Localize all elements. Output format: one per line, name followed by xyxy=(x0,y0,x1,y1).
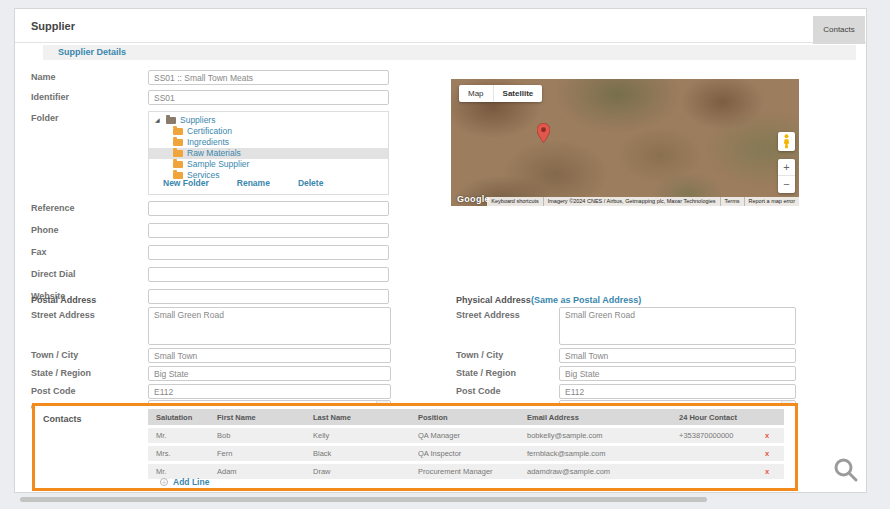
physical-street-label: Street Address xyxy=(456,310,520,320)
folder-root-icon xyxy=(166,117,176,124)
map-zoom-control: + − xyxy=(778,159,795,193)
add-line-button[interactable]: + Add Line xyxy=(160,477,209,487)
folder-root-label: Suppliers xyxy=(180,115,215,126)
folder-icon xyxy=(173,128,183,135)
cell-24h-contact: +353870000000 xyxy=(679,431,758,440)
physical-state-input[interactable] xyxy=(559,366,796,381)
cell-email: adamdraw@sample.com xyxy=(527,467,679,476)
postal-postcode-input[interactable] xyxy=(148,384,391,399)
tab-supplier-details[interactable]: Supplier Details xyxy=(58,47,126,57)
reference-input[interactable] xyxy=(148,201,389,216)
folder-item-certification[interactable]: Certification xyxy=(149,126,388,137)
cell-last-name: Black xyxy=(313,449,418,458)
contact-row[interactable]: Mrs. Fern Black QA Inspector fernblack@s… xyxy=(148,446,784,461)
cell-first-name: Fern xyxy=(217,449,313,458)
contacts-button[interactable]: Contacts xyxy=(813,16,865,44)
cell-position: Procurement Manager xyxy=(418,467,527,476)
postal-postcode-label: Post Code xyxy=(31,386,76,396)
direct-dial-input[interactable] xyxy=(148,267,389,282)
map-toggle-button[interactable]: Map xyxy=(459,85,493,102)
postal-state-input[interactable] xyxy=(148,366,391,381)
map-pin-icon[interactable] xyxy=(537,123,550,143)
zoom-in-button[interactable]: + xyxy=(778,159,795,176)
map-type-control: Map Satellite xyxy=(459,85,542,102)
cell-position: QA Inspector xyxy=(418,449,527,458)
cell-salutation: Mrs. xyxy=(148,449,217,458)
physical-street-input[interactable]: Small Green Road xyxy=(559,307,796,345)
physical-postcode-label: Post Code xyxy=(456,386,501,396)
website-input[interactable] xyxy=(148,289,389,304)
col-last-name: Last Name xyxy=(313,413,418,422)
search-icon[interactable] xyxy=(832,456,859,487)
folder-item-label: Sample Supplier xyxy=(187,159,249,170)
postal-town-input[interactable] xyxy=(148,348,391,363)
zoom-out-button[interactable]: − xyxy=(778,176,795,193)
fax-label: Fax xyxy=(31,247,47,257)
delete-folder-link[interactable]: Delete xyxy=(298,178,324,188)
physical-town-label: Town / City xyxy=(456,350,503,360)
col-salutation: Salutation xyxy=(148,413,217,422)
add-circle-icon: + xyxy=(160,478,168,486)
contact-row[interactable]: Mr. Adam Draw Procurement Manager adamdr… xyxy=(148,464,784,479)
terms-link[interactable]: Terms xyxy=(720,197,744,206)
delete-row-icon[interactable]: x xyxy=(758,449,776,458)
header-divider xyxy=(15,42,866,43)
page-title: Supplier xyxy=(31,20,75,32)
contact-row[interactable]: Mr. Bob Kelly QA Manager bobkelly@sample… xyxy=(148,428,784,443)
physical-address-heading: Physical Address xyxy=(456,295,531,305)
pegman-icon xyxy=(782,134,791,149)
name-input[interactable] xyxy=(148,70,389,85)
cell-last-name: Kelly xyxy=(313,431,418,440)
folder-item-sample-supplier[interactable]: Sample Supplier xyxy=(149,159,388,170)
folder-icon xyxy=(173,139,183,146)
tab-strip: Supplier Details xyxy=(43,45,856,60)
delete-row-icon[interactable]: x xyxy=(758,467,776,476)
folder-item-label: Raw Materials xyxy=(187,148,241,159)
imagery-attribution: Imagery ©2024 CNES / Airbus, Getmapping … xyxy=(543,197,720,206)
same-as-postal-link[interactable]: (Same as Postal Address) xyxy=(531,295,641,305)
google-logo[interactable]: Google xyxy=(457,194,490,204)
folder-tree: ◢ Suppliers Certification Ingredients Ra… xyxy=(148,111,389,195)
google-map[interactable]: Map Satellite + − Google Keyboard shortc… xyxy=(451,79,799,206)
tree-expander-icon[interactable]: ◢ xyxy=(155,115,162,126)
delete-row-icon[interactable]: x xyxy=(758,431,776,440)
postal-state-label: State / Region xyxy=(31,368,91,378)
satellite-toggle-button[interactable]: Satellite xyxy=(493,85,543,102)
contacts-highlight-box: Contacts Salutation First Name Last Name… xyxy=(32,403,798,491)
folder-item-ingredients[interactable]: Ingredients xyxy=(149,137,388,148)
col-position: Position xyxy=(418,413,527,422)
horizontal-scrollbar[interactable] xyxy=(20,497,707,502)
add-line-label: Add Line xyxy=(173,477,209,487)
identifier-input[interactable] xyxy=(148,90,389,105)
new-folder-link[interactable]: New Folder xyxy=(163,178,209,188)
name-label: Name xyxy=(31,72,56,82)
postal-street-label: Street Address xyxy=(31,310,95,320)
phone-input[interactable] xyxy=(148,223,389,238)
folder-item-raw-materials[interactable]: Raw Materials xyxy=(149,148,388,159)
cell-first-name: Bob xyxy=(217,431,313,440)
reference-label: Reference xyxy=(31,203,75,213)
rename-link[interactable]: Rename xyxy=(237,178,270,188)
cell-salutation: Mr. xyxy=(148,431,217,440)
fax-input[interactable] xyxy=(148,245,389,260)
report-map-error-link[interactable]: Report a map error xyxy=(744,197,799,206)
postal-address-heading: Postal Address xyxy=(31,295,96,305)
phone-label: Phone xyxy=(31,225,59,235)
folder-item-label: Certification xyxy=(187,126,232,137)
cell-last-name: Draw xyxy=(313,467,418,476)
cell-email: fernblack@sample.com xyxy=(527,449,679,458)
folder-tree-root[interactable]: ◢ Suppliers xyxy=(149,115,388,126)
folder-label: Folder xyxy=(31,113,59,123)
keyboard-shortcuts-link[interactable]: Keyboard shortcuts xyxy=(487,197,542,206)
col-first-name: First Name xyxy=(217,413,313,422)
postal-town-label: Town / City xyxy=(31,350,78,360)
folder-icon xyxy=(173,150,183,157)
supplier-card: Supplier Contacts Supplier Details Name … xyxy=(14,8,867,493)
postal-street-input[interactable]: Small Green Road xyxy=(148,307,391,345)
contacts-table-header: Salutation First Name Last Name Position… xyxy=(148,409,784,425)
pegman-control[interactable] xyxy=(778,132,795,151)
cell-position: QA Manager xyxy=(418,431,527,440)
physical-town-input[interactable] xyxy=(559,348,796,363)
physical-postcode-input[interactable] xyxy=(559,384,796,399)
cell-first-name: Adam xyxy=(217,467,313,476)
